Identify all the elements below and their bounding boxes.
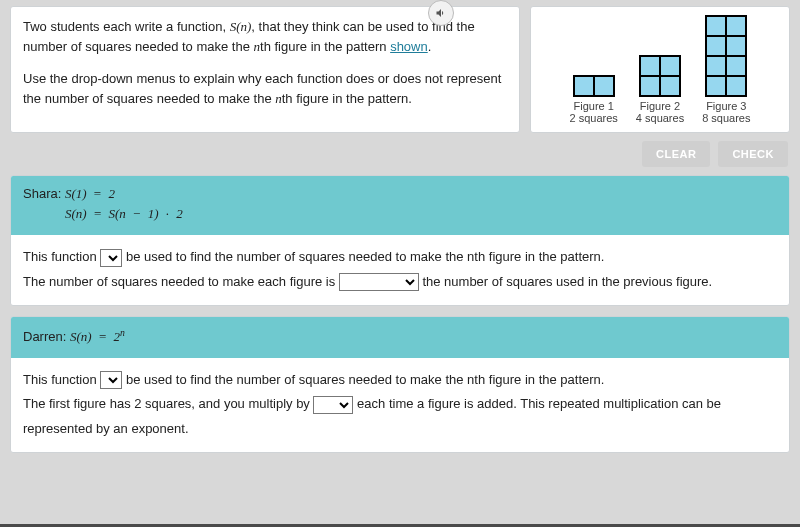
shara-section: Shara: S(1) = 2 S(n) = S(n − 1) · 2 This… (10, 175, 790, 306)
shara-header: Shara: S(1) = 2 S(n) = S(n − 1) · 2 (11, 176, 789, 236)
clear-button[interactable]: CLEAR (642, 141, 710, 167)
prompt-paragraph-2: Use the drop-down menus to explain why e… (23, 69, 507, 109)
darren-sentence-2: The first figure has 2 squares, and you … (23, 392, 777, 441)
audio-button[interactable] (428, 0, 454, 26)
shara-sentence-2: The number of squares needed to make eac… (23, 270, 777, 295)
speaker-icon (435, 7, 447, 19)
shara-dropdown-2[interactable] (339, 273, 419, 291)
figures-card: Figure 12 squares Figure 24 squares Figu… (530, 6, 790, 133)
figure-3-visual (706, 16, 746, 96)
darren-name: Darren: (23, 329, 66, 344)
darren-header: Darren: S(n) = 2n (11, 317, 789, 358)
darren-dropdown-2[interactable] (313, 396, 353, 414)
figure-3-label: Figure 3 (706, 100, 746, 112)
shara-sentence-1: This function be used to find the number… (23, 245, 777, 270)
shara-dropdown-1[interactable] (100, 249, 122, 267)
shown-link[interactable]: shown (390, 39, 428, 54)
figure-2-count: 4 squares (636, 112, 684, 124)
figure-2: Figure 24 squares (636, 56, 684, 124)
figure-1: Figure 12 squares (570, 76, 618, 124)
figure-1-label: Figure 1 (574, 100, 614, 112)
figure-2-visual (640, 56, 680, 96)
figure-2-label: Figure 2 (640, 100, 680, 112)
figure-1-visual (574, 76, 614, 96)
check-button[interactable]: CHECK (718, 141, 788, 167)
shara-name: Shara: (23, 186, 61, 201)
darren-sentence-1: This function be used to find the number… (23, 368, 777, 393)
figure-3-count: 8 squares (702, 112, 750, 124)
darren-section: Darren: S(n) = 2n This function be used … (10, 316, 790, 453)
darren-dropdown-1[interactable] (100, 371, 122, 389)
figure-3: Figure 38 squares (702, 16, 750, 124)
figure-1-count: 2 squares (570, 112, 618, 124)
